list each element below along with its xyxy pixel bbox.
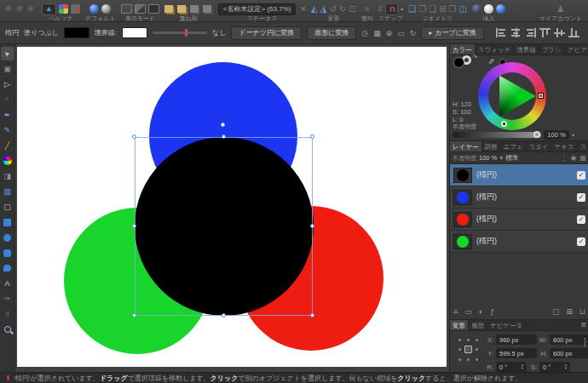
rotation-input[interactable]: 0 ° ▴▾ [496, 362, 527, 372]
selection-handle-sw[interactable] [132, 313, 136, 317]
cycle-selection-icon[interactable]: ↻ [410, 29, 417, 37]
align-icon[interactable]: ≡ [365, 4, 370, 14]
move-to-front-icon[interactable] [164, 5, 173, 13]
w-input[interactable]: 600 px [550, 334, 588, 345]
shear-input[interactable]: 0 ° ▴▾ [539, 362, 570, 372]
tab-effects[interactable]: エフェ [501, 141, 527, 151]
move-to-back-icon[interactable] [203, 5, 211, 13]
rectangle-tool[interactable] [1, 215, 14, 229]
insertion-target-icon[interactable]: ◷ [361, 29, 368, 37]
node-tool[interactable]: ▷ [1, 77, 14, 91]
align-right-icon[interactable] [525, 28, 536, 37]
insert-top-button[interactable] [484, 4, 493, 14]
anchor-center-selected[interactable] [464, 346, 472, 353]
vector-crop-tool[interactable]: ▢ [1, 200, 14, 214]
selection-handle-w[interactable] [132, 224, 136, 228]
convert-to-curves-button[interactable]: ▸ カーブに変換 [421, 26, 484, 40]
tab-adjustments[interactable]: 調整 [482, 141, 501, 151]
align-center-icon[interactable] [510, 28, 522, 37]
stroke-swatch[interactable] [122, 27, 147, 38]
boolean-divide-icon[interactable]: ❒ [449, 4, 457, 14]
snap-options-dropdown-icon[interactable]: ▾ [401, 6, 403, 12]
layer-settings-icon[interactable]: ▦ [579, 154, 586, 162]
window-zoom-icon[interactable] [27, 5, 34, 12]
swap-fill-stroke-icon[interactable]: ↷ [472, 54, 478, 61]
flip-vertical-icon[interactable]: ◮ [320, 4, 327, 14]
blend-gamma-icon[interactable]: ◉ [570, 154, 576, 162]
insert-inside-button[interactable] [496, 4, 505, 14]
saturation-lightness-marker[interactable] [501, 121, 507, 127]
tab-swatches[interactable]: スウォッチ [476, 44, 514, 54]
shear-stepper[interactable]: ▴▾ [565, 363, 567, 370]
layer-row[interactable]: (楕円) ✓ [450, 209, 588, 231]
new-group-icon[interactable]: ⊞ [566, 307, 573, 316]
layer-row[interactable]: (楕円) ✓ [450, 231, 588, 253]
flip-horizontal-icon[interactable]: ◭ [311, 4, 318, 14]
move-backward-icon[interactable] [190, 5, 199, 13]
stroke-width-slider-knob[interactable] [185, 29, 187, 37]
selection-handle-e[interactable] [310, 224, 314, 228]
duplicate-icon[interactable]: ⊡ [349, 4, 355, 14]
align-left-icon[interactable] [496, 28, 507, 37]
opacity-stepper-icon[interactable]: ▾ [572, 132, 574, 138]
blend-options-icon[interactable]: ⋮ [560, 154, 567, 162]
layer-row[interactable]: (楕円) ✓ [450, 186, 588, 209]
rotate-ccw-icon[interactable]: ↺ [330, 4, 337, 14]
anchor-point-selector[interactable] [455, 335, 481, 364]
align-top-icon[interactable] [539, 28, 551, 37]
tab-brushes[interactable]: ブラシ [539, 44, 565, 54]
convert-to-donut-button[interactable]: ドーナツ円に変換 [231, 26, 302, 40]
transform-origin-icon[interactable]: ⊕ [386, 29, 393, 37]
tab-stroke[interactable]: 境界線 [514, 44, 539, 54]
revert-defaults-button[interactable] [101, 4, 111, 14]
ellipse-tool[interactable] [1, 231, 14, 244]
account-icon[interactable]: ♟ [556, 4, 564, 14]
mask-layer-icon[interactable]: ▭ [464, 307, 472, 316]
layer-visibility-checkbox[interactable]: ✓ [577, 237, 585, 246]
window-close-icon[interactable] [5, 5, 12, 12]
rotate-cw-icon[interactable]: ↻ [339, 4, 346, 14]
artboard-tool[interactable]: ▣ [1, 62, 14, 76]
canvas-area[interactable] [15, 44, 449, 372]
layer-opacity-dropdown-icon[interactable]: ▾ [499, 154, 503, 162]
h-input[interactable]: 600 px [550, 348, 588, 358]
y-input[interactable]: 599.5 px [496, 348, 537, 358]
color-picker-tool[interactable]: ✑ [1, 292, 14, 306]
tab-navigator[interactable]: ナビゲータ [487, 320, 526, 330]
rounded-rectangle-tool[interactable] [1, 246, 14, 260]
hue-marker[interactable] [538, 93, 544, 99]
tab-history[interactable]: 履歴 [469, 320, 487, 330]
zoom-tool[interactable] [1, 323, 14, 336]
new-layer-icon[interactable]: ▢ [552, 307, 560, 316]
layer-visibility-checkbox[interactable]: ✓ [577, 193, 585, 202]
layer-opacity-value[interactable]: 100 % [479, 154, 497, 162]
insert-behind-button[interactable] [472, 4, 481, 14]
pen-tool[interactable]: ✒ [1, 108, 14, 122]
boolean-xor-icon[interactable]: ⊞ [439, 4, 446, 14]
selection-handle-n[interactable] [222, 134, 226, 139]
place-image-tool[interactable]: ▥ [1, 185, 14, 198]
split-view-button[interactable] [135, 4, 146, 14]
boolean-intersect-icon[interactable]: ❑ [429, 4, 436, 14]
adjustment-layer-icon[interactable]: ◐ [479, 307, 483, 316]
show-rotation-icon[interactable]: ▭ [397, 29, 405, 37]
vector-brush-tool[interactable]: ╱ [1, 139, 14, 152]
vector-view-button[interactable] [121, 4, 132, 14]
tab-stock[interactable]: ストッ [578, 141, 588, 151]
text-tool[interactable]: A [1, 277, 14, 290]
selection-handle-se[interactable] [310, 313, 314, 317]
move-forward-icon[interactable] [177, 5, 186, 13]
edit-all-layers-icon[interactable]: ▦ [373, 29, 381, 37]
sync-defaults-button[interactable] [89, 4, 99, 14]
layer-visibility-checkbox[interactable]: ✓ [577, 171, 585, 180]
tab-layers[interactable]: レイヤー [450, 141, 482, 151]
delete-layer-icon[interactable]: ⊔ [579, 307, 585, 316]
eyedropper-icon[interactable]: ✎ [487, 58, 495, 65]
close-document-icon[interactable]: ✕ [300, 5, 306, 13]
transform-panel-menu-icon[interactable]: ≣ [578, 320, 588, 330]
rotation-stepper[interactable]: ▴▾ [522, 363, 523, 370]
fill-tool[interactable] [1, 154, 14, 168]
boolean-combine-icon[interactable]: ◫ [459, 4, 467, 14]
designer-persona-button[interactable]: ▲ [42, 3, 56, 15]
convert-to-pie-button[interactable]: 扇形に変換 [307, 26, 356, 40]
